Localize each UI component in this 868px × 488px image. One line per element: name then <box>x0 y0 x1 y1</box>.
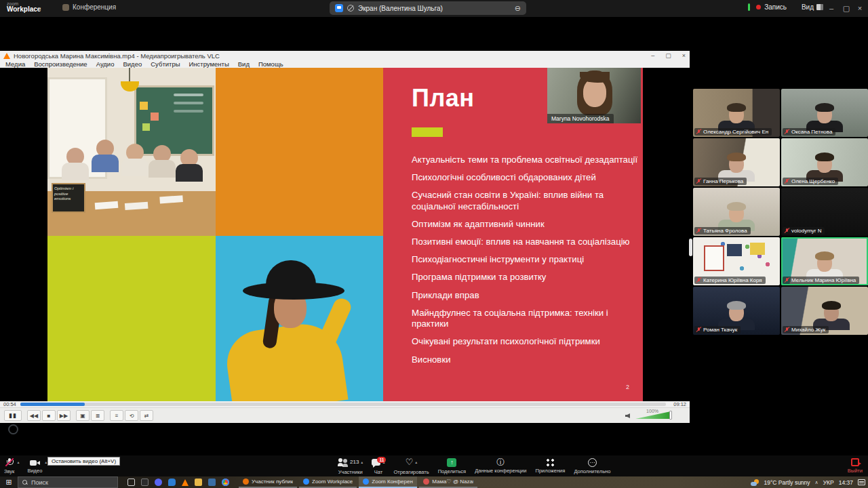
tab-shared-screen[interactable]: Экран (Валентина Шульга) ⊖ <box>330 1 526 15</box>
presentation-slide: Optimism i positive emotions План <box>47 68 643 401</box>
vlc-menu-item[interactable]: Инструменты <box>189 60 229 68</box>
participant-name: Олександр Сергійович Ен <box>703 129 768 135</box>
taskbar-app-button[interactable]: Участник публикац... <box>239 476 297 488</box>
minimize-share-icon[interactable]: ⊖ <box>515 4 521 13</box>
recording-label: Запись <box>764 3 787 11</box>
app-icon-blue[interactable] <box>155 479 162 486</box>
slide-photo-woman-in-hat <box>216 236 383 401</box>
vlc-controls-bar: ▮▮ ◀◀ ■ ▶▶ ▣ ≣ ≡ ⟲ ⇄ 100% <box>0 407 690 423</box>
video-label: Видео <box>27 468 42 474</box>
clock[interactable]: 14:37 <box>839 479 853 486</box>
taskbar-app-button[interactable]: Мама♡ @ Nazar (4!... <box>419 476 477 488</box>
previous-button[interactable]: ◀◀ <box>27 410 41 421</box>
apps-button[interactable]: Приложения <box>535 455 565 476</box>
participant-name: Оксана Петнова <box>791 129 832 135</box>
vlc-maximize-button[interactable]: ▢ <box>665 51 671 60</box>
slide-orange-block <box>216 68 383 236</box>
participant-tile[interactable]: Роман Ткачук <box>693 287 780 335</box>
vlc-menu-item[interactable]: Медиа <box>5 60 25 68</box>
window-close-button[interactable]: × <box>853 0 867 16</box>
folder-icon[interactable] <box>195 479 202 486</box>
chalk-writing <box>174 94 203 96</box>
more-button[interactable]: ⋯ Дополнительно <box>574 455 610 476</box>
vlc-menu-item[interactable]: Видео <box>123 60 142 68</box>
vlc-close-button[interactable]: × <box>682 51 686 60</box>
vlc-menu-item[interactable]: Субтитры <box>151 60 180 68</box>
vlc-titlebar[interactable]: Новогородська Марина Максимівна.mp4 - Ме… <box>0 51 690 60</box>
total-time: 09:12 <box>673 401 686 407</box>
meeting-info-button[interactable]: ⓘ Данные конференции <box>475 455 526 476</box>
more-icon: ⋯ <box>588 458 597 467</box>
shuffle-button[interactable]: ⇄ <box>140 410 153 421</box>
vlc-minimize-button[interactable]: – <box>651 51 654 60</box>
view-menu[interactable]: Вид <box>802 3 823 11</box>
participant-name-label: volodymyr N <box>783 227 825 235</box>
monitor-app-icon[interactable] <box>208 479 216 486</box>
vlc-menu-item[interactable]: Помощь <box>258 60 283 68</box>
tray-chevron-icon[interactable]: ∧ <box>815 480 818 485</box>
weather-label[interactable]: 19°C Partly sunny <box>764 479 810 486</box>
taskbar-app-button[interactable]: Zoom Workplace <box>299 476 357 488</box>
participant-tile[interactable]: Ганна Перькова <box>693 138 780 186</box>
volume-knob[interactable] <box>669 411 672 420</box>
plan-list-item: Оптимізм як адаптивний чинник <box>412 219 639 230</box>
search-icon <box>22 480 28 485</box>
chevron-down-icon[interactable]: ▾ <box>38 5 41 12</box>
panel-scrollbar[interactable] <box>689 239 692 256</box>
taskbar-app-icon <box>423 479 429 485</box>
onedrive-icon[interactable] <box>168 479 176 486</box>
participant-tile[interactable]: Олександр Сергійович Ен <box>693 89 780 137</box>
react-chevron[interactable]: ▴ <box>415 460 417 464</box>
participants-chevron[interactable]: ▴ <box>361 460 363 464</box>
next-button[interactable]: ▶▶ <box>57 410 71 421</box>
window-minimize-button[interactable]: – <box>825 0 838 16</box>
vlc-menu-item[interactable]: Вид <box>238 60 250 68</box>
seek-bar[interactable] <box>20 403 666 406</box>
student <box>153 145 171 163</box>
tab-conference[interactable]: Конференция <box>62 3 116 11</box>
start-button[interactable]: ⊞ <box>0 478 18 487</box>
participant-tile[interactable]: Катерина Юріївна Коря <box>693 237 780 285</box>
stop-video-tooltip: Остановить видео (Alt+V) <box>47 457 120 466</box>
audio-options-chevron[interactable]: ▴ <box>17 460 19 464</box>
participant-tile[interactable]: Михайло Жук <box>781 287 868 335</box>
chat-button[interactable]: 11 ▴ Чат <box>372 455 384 476</box>
vlc-menu-item[interactable]: Воспроизведение <box>34 60 87 68</box>
video-options-chevron[interactable]: ▴ <box>45 460 47 464</box>
leave-button[interactable]: Выйти <box>848 455 863 474</box>
participant-tile[interactable]: Татьяна Фролова <box>693 188 780 236</box>
task-view-icon[interactable] <box>127 479 135 486</box>
fullscreen-button[interactable]: ▣ <box>76 410 90 421</box>
student <box>96 140 114 157</box>
app-icon-dark[interactable] <box>141 479 149 486</box>
window-maximize-button[interactable]: ▢ <box>840 0 853 16</box>
weather-icon[interactable] <box>751 479 759 486</box>
vlc-taskbar-icon[interactable] <box>182 479 189 486</box>
vlc-video-area[interactable]: Optimism i positive emotions План <box>0 68 690 401</box>
participant-name-label: Ганна Перькова <box>694 178 747 185</box>
taskbar-app-button[interactable]: Zoom Конференция <box>359 476 417 488</box>
participant-tile[interactable]: Оксана Петнова <box>781 89 868 137</box>
mute-button[interactable]: Звук <box>4 455 14 476</box>
participant-tile[interactable]: Мельник Марина Юріївна <box>781 237 868 285</box>
chrome-icon[interactable] <box>222 479 229 486</box>
react-button[interactable]: ♡ ▴ Отреагировать <box>393 455 429 476</box>
pause-button[interactable]: ▮▮ <box>4 410 22 421</box>
share-button[interactable]: ↑ Поделиться <box>438 455 466 476</box>
vlc-menu-item[interactable]: Аудио <box>96 60 115 68</box>
participant-tile[interactable]: Олена Щербенко <box>781 138 868 186</box>
loop-button[interactable]: ⟲ <box>125 410 138 421</box>
speaker-icon[interactable] <box>625 413 630 418</box>
language-indicator[interactable]: УКР <box>823 479 834 486</box>
participants-button[interactable]: 213 ▴ Участники <box>338 455 363 476</box>
screen-share-icon <box>335 4 343 12</box>
notification-center-icon[interactable] <box>858 479 865 485</box>
plan-list-item: Позитивні емоції: вплив на навчання та с… <box>412 237 639 248</box>
video-button[interactable]: Видео <box>27 455 42 476</box>
playlist-button[interactable]: ≡ <box>110 410 123 421</box>
taskbar-search-box[interactable]: Поиск <box>18 476 118 488</box>
stop-button[interactable]: ■ <box>42 410 56 421</box>
participant-tile[interactable]: volodymyr N <box>781 188 868 236</box>
extended-settings-button[interactable]: ≣ <box>91 410 104 421</box>
participant-name: Михайло Жук <box>791 327 825 333</box>
